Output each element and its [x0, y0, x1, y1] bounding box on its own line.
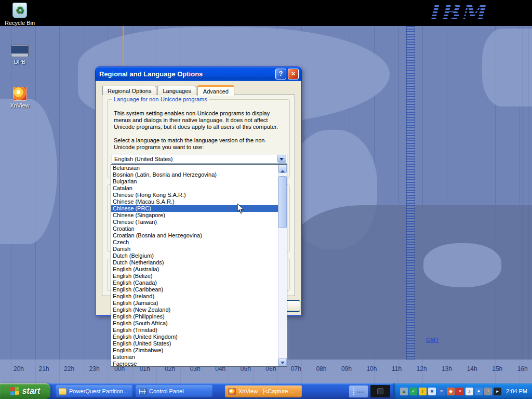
network-icon[interactable]: ■ — [428, 388, 436, 395]
map-meridian-line — [528, 26, 528, 360]
taskbar-button-xnview[interactable]: XnView - [<Capture-... — [225, 385, 302, 397]
list-item[interactable]: Bosnian (Latin, Bosnia and Herzegovina) — [111, 171, 278, 178]
description-text: This system setting enables non-Unicode … — [114, 110, 285, 130]
list-item[interactable]: Catalan — [111, 185, 278, 192]
windows-flag-icon — [10, 387, 20, 395]
safely-remove-icon[interactable]: ▲ — [400, 388, 408, 395]
list-item[interactable]: Danish — [111, 246, 278, 252]
tab-languages[interactable]: Languages — [157, 86, 196, 95]
list-item[interactable]: English (New Zealand) — [111, 307, 278, 313]
hour-label: 21h — [39, 365, 49, 373]
update-icon[interactable]: ● — [475, 388, 483, 395]
power-icon[interactable]: ▸ — [494, 388, 501, 395]
antivirus-icon[interactable]: ✓ — [409, 388, 417, 395]
tab-regional-options[interactable]: Regional Options — [102, 86, 156, 95]
hour-label: 09h — [341, 365, 352, 373]
list-item[interactable]: English (Trinidad) — [111, 327, 278, 334]
help-button[interactable]: ? — [275, 69, 286, 79]
error-status-icon[interactable]: × — [456, 388, 464, 395]
map-meridian-line — [523, 26, 523, 360]
taskbar-button-control-panel[interactable]: Control Panel — [136, 385, 212, 397]
hour-label: 15h — [492, 365, 502, 373]
list-item[interactable]: Croatian (Bosnia and Herzegovina) — [111, 232, 278, 239]
desktop-icon-dpb[interactable]: DPB — [1, 45, 38, 65]
task-button-label: Control Panel — [149, 388, 184, 394]
list-item[interactable]: English (United Kingdom) — [111, 334, 278, 340]
scheduler-icon[interactable]: ◆ — [447, 388, 455, 395]
list-item[interactable]: Dutch (Belgium) — [111, 252, 278, 259]
hour-label: 12h — [417, 365, 427, 373]
list-item[interactable]: English (Jamaica) — [111, 300, 278, 307]
list-item[interactable]: English (Belize) — [111, 273, 278, 280]
dialog-titlebar: Regional and Language Options ? × — [96, 67, 301, 81]
list-item[interactable]: English (Philippines) — [111, 313, 278, 320]
list-item[interactable]: English (South Africa) — [111, 320, 278, 327]
gmt-label: GMT — [426, 337, 438, 343]
system-tray: ▲ ✓ ! ■ ≡ ◆ × ♪ ● + ▸ 2:04 PM — [393, 383, 532, 399]
toolbar-black-segment[interactable] — [370, 385, 390, 397]
laptop-icon — [11, 45, 29, 57]
start-button[interactable]: start — [0, 383, 50, 399]
instruction-text: Select a language to match the language … — [114, 137, 285, 151]
scroll-down-icon[interactable] — [278, 358, 287, 366]
list-item[interactable]: Chinese (Hong Kong S.A.R.) — [111, 192, 278, 198]
volume-icon[interactable]: ♪ — [466, 388, 473, 395]
list-item[interactable]: Faeroese — [111, 361, 278, 366]
folder-icon — [59, 388, 66, 395]
list-item[interactable]: Estonian — [111, 354, 278, 361]
list-item[interactable]: Chinese (Taiwan) — [111, 219, 278, 225]
combobox-value: English (United States) — [112, 156, 277, 162]
language-combobox[interactable]: English (United States) — [112, 154, 287, 164]
desktop-icon-recycle-bin[interactable]: ♻ Recycle Bin — [1, 3, 38, 26]
desktop-icon-label: Recycle Bin — [1, 20, 38, 26]
scrollbar[interactable] — [278, 165, 287, 366]
desktop-icon-xnview[interactable]: XnView — [1, 87, 38, 109]
drag-handle-icon[interactable] — [353, 388, 354, 395]
desktop-icon-label: DPB — [1, 59, 38, 65]
deskband-toolbar[interactable]: ---- — [349, 385, 368, 397]
chevron-down-icon[interactable] — [277, 155, 286, 163]
hour-label: 22h — [64, 365, 74, 373]
tab-advanced[interactable]: Advanced — [197, 85, 234, 96]
language-dropdown-list: Belarusian Bosnian (Latin, Bosnia and He… — [111, 164, 287, 367]
list-item[interactable]: English (Ireland) — [111, 293, 278, 300]
hour-label: 10h — [366, 365, 377, 373]
deskband-label: ---- — [356, 388, 364, 394]
list-item[interactable]: Dutch (Netherlands) — [111, 259, 278, 266]
taskbar-button-powerquest[interactable]: PowerQuest Partition... — [56, 385, 132, 397]
security-warning-icon[interactable]: ! — [419, 388, 427, 395]
hour-label: 08h — [316, 365, 326, 373]
list-item[interactable]: Croatian — [111, 225, 278, 232]
tab-strip: Regional Options Languages Advanced — [102, 85, 235, 95]
hour-label: 07h — [291, 365, 301, 373]
list-item[interactable]: English (Caribbean) — [111, 286, 278, 293]
groupbox-caption: Language for non-Unicode programs — [112, 96, 209, 102]
hour-label: 20h — [14, 365, 24, 373]
hour-label: 13h — [442, 365, 452, 373]
utility-icon[interactable]: + — [484, 388, 492, 395]
taskbar: start PowerQuest Partition... Control Pa… — [0, 383, 532, 399]
list-item[interactable]: Czech — [111, 239, 278, 246]
list-item[interactable]: English (Zimbabwe) — [111, 347, 278, 354]
scroll-up-icon[interactable] — [278, 165, 287, 173]
list-item[interactable]: Belarusian — [111, 165, 278, 171]
task-button-label: PowerQuest Partition... — [69, 388, 128, 394]
display-icon[interactable]: ≡ — [437, 388, 445, 395]
list-item[interactable]: English (Australia) — [111, 266, 278, 273]
start-label: start — [22, 387, 41, 396]
current-time-marker — [123, 26, 124, 68]
list-item[interactable]: English (Canada) — [111, 280, 278, 286]
scrollbar-thumb[interactable] — [278, 176, 287, 228]
hour-label: 11h — [392, 365, 402, 373]
list-item[interactable]: Bulgarian — [111, 178, 278, 185]
list-item[interactable]: Chinese (Macau S.A.R.) — [111, 198, 278, 205]
dialog-title: Regional and Language Options — [99, 70, 274, 78]
list-item[interactable]: Chinese (Singapore) — [111, 212, 278, 219]
xnview-icon — [228, 388, 236, 395]
desktop-icon-label: XnView — [1, 102, 38, 109]
close-button[interactable]: × — [288, 69, 299, 79]
hour-label: 23h — [89, 365, 100, 373]
hour-label: 14h — [467, 365, 477, 373]
list-item[interactable]: English (United States) — [111, 340, 278, 347]
list-item-selected[interactable]: Chinese (PRC) — [111, 205, 278, 212]
